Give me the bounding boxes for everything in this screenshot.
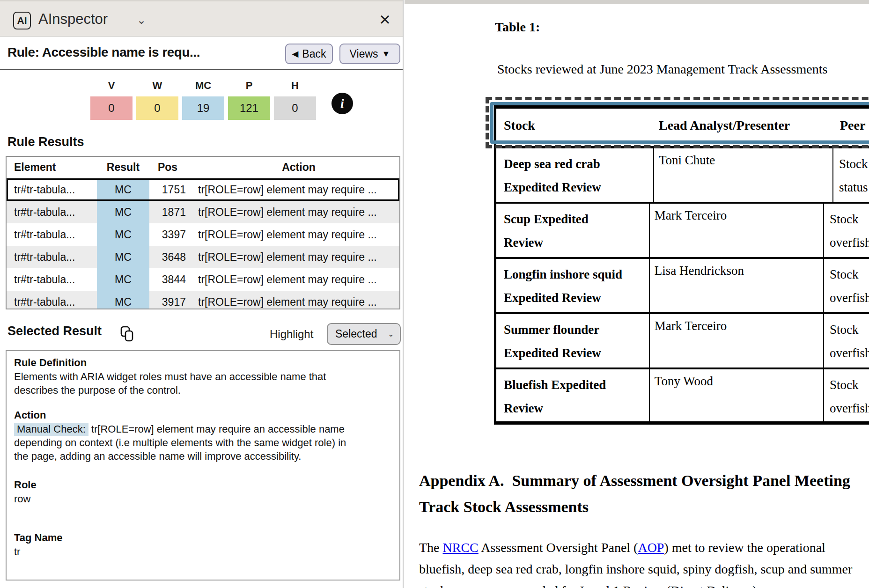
stocks-table: Stock Lead Analyst/Presenter Peer Deep s… <box>494 105 869 425</box>
result-row[interactable]: tr#tr-tabula... MC 3917 tr[ROLE=row] ele… <box>7 291 399 309</box>
result-element: tr#tr-tabula... <box>7 251 97 264</box>
panel-titlebar: AI AInspector ⌄ ✕ <box>0 0 403 37</box>
stock-cell: Summer flounder <box>504 318 646 341</box>
result-element: tr#tr-tabula... <box>7 184 97 196</box>
appendix-heading-line1: Appendix A. Summary of Assessment Oversi… <box>419 472 850 490</box>
column-header-result: Result <box>97 157 149 178</box>
nrcc-link[interactable]: NRCC <box>443 540 479 555</box>
result-row[interactable]: tr#tr-tabula... MC 3397 tr[ROLE=row] ele… <box>7 223 399 246</box>
dropdown-arrow-icon: ▼ <box>382 49 390 59</box>
panel-title-menu[interactable]: AInspector <box>38 11 108 28</box>
ainspector-logo: AI <box>13 12 31 29</box>
appendix-paragraph-line1: The NRCC Assessment Oversight Panel (AOP… <box>419 540 825 555</box>
summary-value-warnings: 0 <box>136 96 178 120</box>
result-pos: 1871 <box>149 206 190 219</box>
appendix-paragraph-line2: bluefish, deep sea red crab, longfin ins… <box>419 562 852 577</box>
selected-result-detail: Rule Definition Elements with ARIA widge… <box>6 350 400 581</box>
analyst-cell: Mark Terceiro <box>649 314 823 368</box>
result-element: tr#tr-tabula... <box>7 206 97 219</box>
ainspector-panel: AI AInspector ⌄ ✕ Rule: Accessible name … <box>0 0 404 588</box>
tag-name-value: tr <box>14 545 346 559</box>
summary-value-manual-checks: 19 <box>182 96 224 120</box>
paragraph-text: Assessment Oversight Panel ( <box>479 540 638 555</box>
stock-cell: Longfin inshore squid <box>504 263 646 286</box>
result-action: tr[ROLE=row] element may require ... <box>190 273 399 286</box>
peer-cell: Stock <box>830 318 869 341</box>
peer-cell: overfishing <box>830 397 869 420</box>
info-icon[interactable]: i <box>331 93 353 114</box>
copy-icon[interactable] <box>118 325 137 344</box>
result-badge: MC <box>97 223 149 246</box>
result-badge: MC <box>97 268 149 291</box>
result-action: tr[ROLE=row] element may require ... <box>190 251 399 264</box>
appendix-paragraph-line3: stocks were recommended for Level 1 Revi… <box>419 583 757 588</box>
result-pos: 3397 <box>149 228 190 241</box>
analyst-cell: Lisa Hendrickson <box>649 259 823 312</box>
result-pos: 3917 <box>149 296 190 309</box>
summary-value-violations: 0 <box>90 96 133 120</box>
result-pos: 3844 <box>149 273 190 286</box>
aop-link[interactable]: AOP <box>638 540 664 555</box>
action-text: Manual Check: tr[ROLE=row] element may r… <box>14 422 346 463</box>
result-pos: 1751 <box>149 184 190 196</box>
summary-values: 0 0 19 121 0 <box>90 96 316 120</box>
column-header-pos: Pos <box>149 161 190 174</box>
tag-name-label: Tag Name <box>14 532 392 544</box>
highlight-select-value: Selected <box>335 328 377 340</box>
rule-header-bar: Rule: Accessible name is requ... ◀ Back … <box>0 38 403 70</box>
stocks-table-row: Longfin inshore squidExpedited Review Li… <box>494 259 869 314</box>
manual-check-badge: Manual Check: <box>14 423 88 436</box>
summary-labels: V W MC P H <box>90 80 316 92</box>
result-action: tr[ROLE=row] element may require ... <box>190 206 399 219</box>
summary-value-passed: 121 <box>228 96 270 120</box>
paragraph-text: The <box>419 540 443 555</box>
stocks-table-row: Summer flounderExpedited Review Mark Ter… <box>494 314 869 369</box>
summary-label-passed: P <box>228 80 270 92</box>
result-badge: MC <box>97 291 149 309</box>
result-badge: MC <box>97 178 149 201</box>
result-action: tr[ROLE=row] element may require ... <box>190 184 399 196</box>
stock-cell: Scup Expedited <box>504 207 646 231</box>
peer-cell: Stock <box>830 207 869 231</box>
result-badge: MC <box>97 201 149 223</box>
back-button[interactable]: ◀ Back <box>285 44 333 64</box>
result-row-selected[interactable]: tr#tr-tabula... MC 1751 tr[ROLE=row] ele… <box>7 178 399 201</box>
views-label: Views <box>350 48 378 60</box>
highlight-select[interactable]: Selected ⌄ <box>327 323 401 345</box>
views-button[interactable]: Views ▼ <box>339 44 400 64</box>
analyst-cell: Toni Chute <box>653 148 832 202</box>
summary-label-warnings: W <box>136 80 178 92</box>
back-icon: ◀ <box>292 49 299 59</box>
role-value: row <box>14 492 346 506</box>
result-element: tr#tr-tabula... <box>7 228 97 241</box>
peer-cell: Stock <box>830 373 869 397</box>
screen: AI AInspector ⌄ ✕ Rule: Accessible name … <box>0 0 869 588</box>
stocks-table-row: Bluefish ExpeditedReview Tony Wood Stock… <box>494 369 869 425</box>
highlight-label: Highlight <box>270 328 313 341</box>
selected-result-heading: Selected Result <box>7 324 102 338</box>
peer-cell: Stock <box>839 152 869 176</box>
role-label: Role <box>14 479 392 491</box>
result-action: tr[ROLE=row] element may require ... <box>190 228 399 241</box>
stock-cell: Review <box>504 397 646 420</box>
analyst-cell: Mark Terceiro <box>649 204 823 257</box>
rule-definition-text: Elements with ARIA widget roles must hav… <box>14 370 346 397</box>
stocks-table-row: Deep sea red crabExpedited Review Toni C… <box>494 148 869 204</box>
result-element: tr#tr-tabula... <box>7 296 97 309</box>
rule-results-heading: Rule Results <box>7 135 84 149</box>
close-icon[interactable]: ✕ <box>376 11 394 29</box>
result-row[interactable]: tr#tr-tabula... MC 3844 tr[ROLE=row] ele… <box>7 268 399 291</box>
result-row[interactable]: tr#tr-tabula... MC 3648 tr[ROLE=row] ele… <box>7 246 399 268</box>
stocks-table-row: Scup ExpeditedReview Mark Terceiro Stock… <box>494 204 869 259</box>
result-action: tr[ROLE=row] element may require ... <box>190 296 399 309</box>
paragraph-text: ) met to review the operational <box>664 540 825 555</box>
summary-label-hidden: H <box>274 80 316 92</box>
document-page: Table 1: Stocks reviewed at June 2023 Ma… <box>405 0 869 588</box>
stock-cell: Expedited Review <box>504 341 646 365</box>
action-label: Action <box>14 409 392 421</box>
result-row[interactable]: tr#tr-tabula... MC 1871 tr[ROLE=row] ele… <box>7 201 399 223</box>
chevron-down-icon[interactable]: ⌄ <box>137 14 146 27</box>
peer-cell: overfishing <box>830 286 869 309</box>
result-pos: 3648 <box>149 251 190 264</box>
table-1-label: Table 1: <box>495 20 540 35</box>
